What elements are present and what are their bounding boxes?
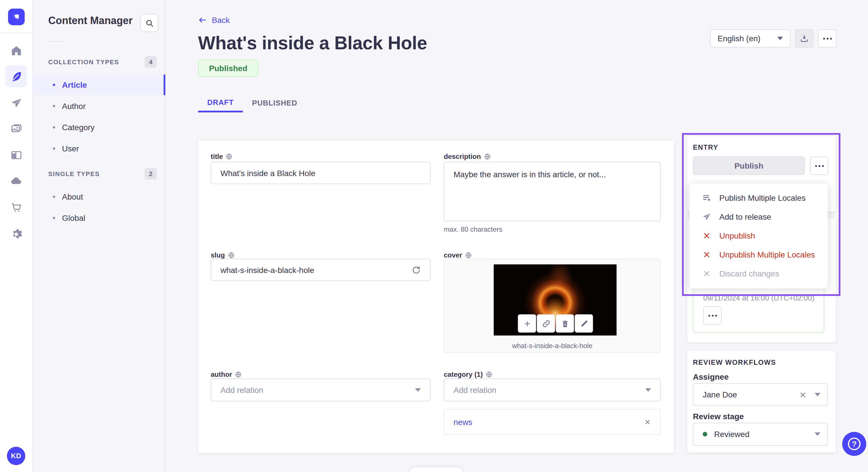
section-single-types: SINGLE TYPES	[48, 170, 100, 177]
sidebar-item-article[interactable]: Article	[33, 74, 165, 95]
page-title: What's inside a Black Hole	[198, 33, 427, 54]
plus-icon	[523, 319, 531, 328]
slug-field-label: slug	[211, 251, 235, 259]
content-type-builder-icon[interactable]	[5, 144, 27, 166]
export-button[interactable]	[795, 29, 813, 47]
sidebar-item-label: Global	[62, 213, 85, 223]
chevron-down-icon	[815, 432, 820, 436]
cross-icon	[702, 231, 711, 239]
category-relation-select[interactable]: Add relation	[444, 378, 661, 401]
link-icon	[541, 319, 550, 328]
author-relation-select[interactable]: Add relation	[211, 378, 431, 401]
sidebar-item-category[interactable]: Category	[33, 117, 165, 138]
globe-icon	[228, 252, 235, 259]
back-link[interactable]: Back	[198, 15, 229, 25]
copy-link-button[interactable]	[537, 314, 555, 333]
tab-published[interactable]: PUBLISHED	[243, 94, 306, 112]
chevron-down-icon	[415, 388, 421, 392]
sidebar-item-label: About	[62, 192, 83, 201]
menu-item-unpublish[interactable]: Unpublish	[689, 226, 828, 245]
locale-select-value: English (en)	[718, 34, 761, 43]
bullet-icon	[53, 126, 55, 129]
scheduled-date: 09/11/2024 at 16:00 (UTC+02:00)	[703, 294, 815, 302]
regenerate-slug-icon[interactable]	[412, 265, 421, 274]
subnav-divider	[48, 41, 62, 42]
header-actions: English (en)	[710, 29, 836, 47]
title-input[interactable]	[211, 162, 430, 183]
trash-icon	[561, 319, 569, 328]
cover-field-label: cover	[444, 251, 472, 259]
review-panel-title: REVIEW WORKFLOWS	[693, 359, 776, 367]
sidebar-item-label: Article	[62, 80, 87, 90]
cloud-icon[interactable]	[5, 170, 27, 192]
sidebar-item-global[interactable]: Global	[33, 208, 165, 228]
review-stage-value: Reviewed	[714, 430, 749, 439]
bullet-icon	[53, 84, 55, 86]
ellipsis-icon	[708, 314, 717, 316]
bullet-icon	[53, 196, 55, 198]
strapi-logo-glyph	[11, 12, 21, 22]
cover-caption: what-s-inside-a-black-hole	[444, 342, 660, 350]
description-textarea[interactable]: Maybe the answer is in this article, or …	[444, 162, 661, 222]
tab-draft[interactable]: DRAFT	[198, 94, 243, 112]
download-icon	[800, 34, 809, 43]
strapi-logo[interactable]	[8, 9, 25, 25]
globe-icon	[486, 371, 493, 378]
globe-icon	[484, 153, 491, 160]
media-library-icon[interactable]	[5, 117, 27, 139]
title-field	[211, 162, 431, 184]
user-avatar[interactable]: KD	[7, 447, 25, 465]
globe-icon	[226, 153, 233, 160]
edit-asset-button[interactable]	[575, 314, 593, 333]
header-more-button[interactable]	[818, 29, 836, 47]
sidebar-item-label: Category	[62, 123, 95, 132]
author-placeholder: Add relation	[220, 385, 263, 395]
home-icon[interactable]	[5, 40, 27, 61]
marketplace-cart-icon[interactable]	[5, 196, 27, 218]
tabs: DRAFT PUBLISHED	[198, 94, 307, 112]
slug-field: what-s-inside-a-black-hole	[211, 259, 431, 281]
menu-item-add-to-release[interactable]: Add to release	[689, 207, 828, 226]
menu-item-publish-multiple-locales[interactable]: Publish Multiple Locales	[689, 188, 828, 207]
relation-link-news[interactable]: news	[454, 417, 472, 427]
category-field-label: category (1)	[444, 370, 493, 378]
sidebar-item-about[interactable]: About	[33, 187, 165, 207]
content-manager-feather-icon[interactable]	[5, 65, 27, 87]
bullet-icon	[53, 217, 55, 219]
menu-item-discard-changes[interactable]: Discard changes	[689, 264, 828, 283]
review-workflows-panel: REVIEW WORKFLOWS Assignee Jane Doe Revie…	[687, 351, 836, 452]
sidebar-item-user[interactable]: User	[33, 138, 165, 159]
add-asset-button[interactable]	[518, 314, 536, 333]
delete-asset-button[interactable]	[556, 314, 574, 333]
description-field-label: description	[444, 153, 491, 161]
review-stage-select[interactable]: Reviewed	[693, 423, 828, 446]
back-label: Back	[212, 15, 229, 25]
releases-paper-plane-icon[interactable]	[5, 92, 27, 113]
paper-plane-icon	[702, 212, 711, 221]
content-manager-subnav: Content Manager COLLECTION TYPES 4 Artic…	[33, 0, 165, 472]
list-plus-icon	[702, 193, 711, 202]
category-placeholder: Add relation	[454, 385, 496, 395]
entry-actions-menu: Publish Multiple Locales Add to release …	[689, 183, 828, 289]
collection-types-count-badge: 4	[145, 56, 157, 68]
entry-more-button[interactable]	[810, 157, 828, 175]
bullet-icon	[53, 147, 55, 150]
clear-assignee-icon[interactable]	[799, 391, 807, 398]
assignee-combobox[interactable]: Jane Doe	[693, 383, 828, 406]
icon-rail: KD	[0, 0, 33, 472]
release-more-button[interactable]	[703, 306, 722, 325]
remove-relation-icon[interactable]	[644, 418, 651, 425]
entry-panel-title: ENTRY	[693, 143, 718, 151]
search-button[interactable]	[140, 14, 158, 32]
help-button[interactable]: ?	[842, 432, 866, 456]
chevron-down-icon	[645, 388, 651, 392]
cross-icon	[702, 269, 711, 277]
publish-button[interactable]: Publish	[693, 157, 805, 175]
pencil-icon	[580, 319, 588, 328]
assignee-label: Assignee	[693, 372, 729, 381]
sidebar-item-author[interactable]: Author	[33, 96, 165, 116]
locale-select[interactable]: English (en)	[710, 29, 790, 47]
settings-gear-icon[interactable]	[5, 223, 27, 244]
globe-icon	[465, 252, 472, 259]
menu-item-unpublish-multiple-locales[interactable]: Unpublish Multiple Locales	[689, 245, 828, 264]
